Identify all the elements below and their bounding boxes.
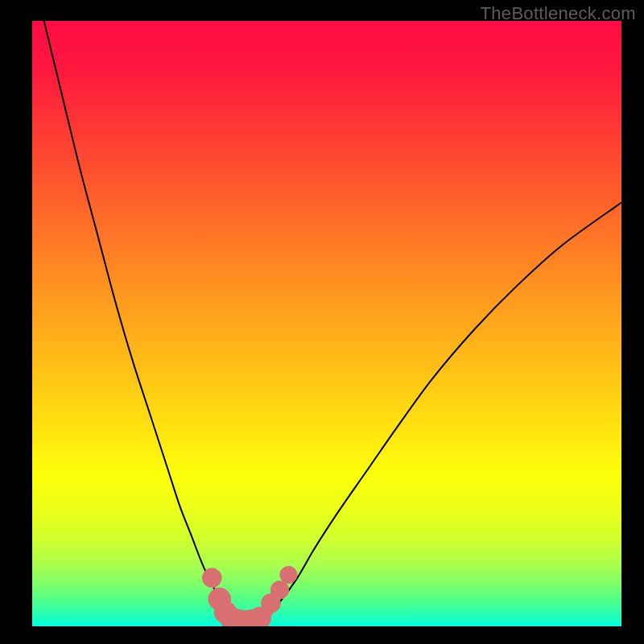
data-marker [280, 566, 297, 583]
series-left-curve [44, 21, 233, 614]
chart-frame: TheBottleneck.com [0, 0, 644, 644]
plot-area [32, 21, 621, 626]
data-marker [270, 581, 288, 599]
data-marker [202, 568, 221, 588]
series-right-curve [268, 203, 621, 614]
curve-layer [32, 21, 621, 626]
watermark-text: TheBottleneck.com [481, 3, 636, 24]
